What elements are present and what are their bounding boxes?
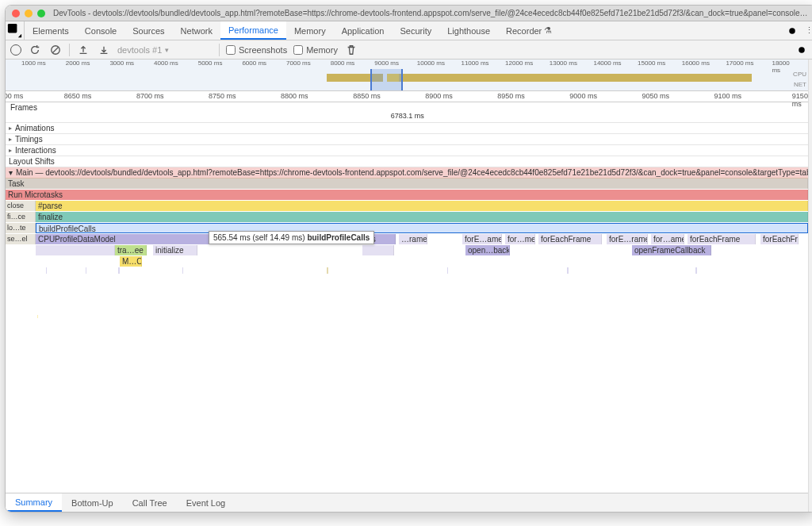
titlebar: DevTools - devtools://devtools/bundled/d…: [6, 6, 812, 21]
tab-sources[interactable]: Sources: [124, 21, 172, 40]
close-window-icon[interactable]: [12, 10, 20, 17]
main-thread-header[interactable]: ▾Main — devtools://devtools/bundled/devt…: [6, 167, 808, 179]
animations-track[interactable]: ▸Animations: [6, 123, 808, 134]
gutter-label: lo…te: [6, 223, 36, 233]
expand-icon: ▸: [9, 125, 12, 132]
flame-chart[interactable]: close fi…ce lo…te se…el Task Run Microta…: [6, 179, 808, 493]
flame-bar[interactable]: forE…ame: [462, 234, 502, 244]
inspect-icon[interactable]: [6, 21, 25, 40]
flame-bar[interactable]: for…ame: [651, 234, 684, 244]
tab-console[interactable]: Console: [77, 21, 124, 40]
interactions-track[interactable]: ▸Interactions: [6, 145, 808, 156]
flame-bar-buildprofilecalls-selected[interactable]: buildProfileCalls: [36, 223, 808, 233]
detail-ruler[interactable]: 00 ms 8650 ms 8700 ms 8750 ms 8800 ms 88…: [6, 91, 808, 102]
timings-track[interactable]: ▸Timings: [6, 134, 808, 145]
tab-recorder[interactable]: Recorder ⚗: [498, 21, 560, 40]
screenshots-checkbox[interactable]: Screenshots: [226, 45, 287, 55]
overview-timeline[interactable]: 1000 ms 2000 ms 3000 ms 4000 ms 5000 ms …: [6, 60, 808, 91]
layout-shifts-track[interactable]: Layout Shifts: [6, 156, 808, 167]
svg-point-3: [799, 47, 805, 53]
flame-bar-run-microtasks[interactable]: Run Microtasks: [6, 190, 808, 200]
performance-toolbar: devtools #1 Screenshots Memory: [6, 40, 812, 60]
overview-ruler: 1000 ms 2000 ms 3000 ms 4000 ms 5000 ms …: [6, 60, 808, 69]
clear-icon[interactable]: [48, 43, 63, 57]
gutter-label: close: [6, 201, 36, 211]
tab-lighthouse[interactable]: Lighthouse: [439, 21, 498, 40]
overview-selection[interactable]: [370, 69, 402, 90]
flame-bar[interactable]: [36, 245, 115, 255]
flame-bar[interactable]: …rame: [399, 234, 427, 244]
frame-time: 6783.1 ms: [391, 112, 424, 120]
flame-bar[interactable]: forEachFrame: [760, 234, 799, 244]
beaker-icon: ⚗: [544, 25, 552, 36]
flame-bar[interactable]: initialize: [153, 245, 197, 255]
expand-icon: ▸: [9, 136, 12, 143]
cpu-band: [399, 74, 752, 82]
tab-application[interactable]: Application: [334, 21, 393, 40]
devtools-window: DevTools - devtools://devtools/bundled/d…: [5, 5, 812, 513]
flame-bar[interactable]: forE…rame: [607, 234, 648, 244]
flame-bar-task[interactable]: Task: [6, 179, 808, 189]
profile-selector[interactable]: devtools #1: [117, 45, 213, 55]
flame-tooltip: 565.54 ms (self 14.49 ms) buildProfileCa…: [209, 231, 374, 244]
expand-icon: ▸: [9, 147, 12, 154]
cpu-label: CPU: [793, 71, 806, 78]
tab-elements[interactable]: Elements: [25, 21, 77, 40]
bottom-tab-call-tree[interactable]: Call Tree: [123, 493, 177, 512]
collapse-icon: ▾: [9, 168, 13, 177]
flame-bar[interactable]: M…C: [120, 256, 142, 267]
download-icon[interactable]: [97, 43, 111, 57]
record-icon[interactable]: [10, 44, 21, 56]
tab-performance[interactable]: Performance: [220, 21, 286, 40]
vertical-scrollbar[interactable]: [808, 60, 812, 512]
flame-bar-finalize[interactable]: finalize: [36, 212, 808, 222]
frames-track[interactable]: Frames 6783.1 ms: [6, 102, 808, 123]
bottom-tab-event-log[interactable]: Event Log: [177, 493, 236, 512]
net-label: NET: [794, 81, 806, 88]
flame-bar[interactable]: forEachFrame: [688, 234, 756, 244]
window-title: DevTools - devtools://devtools/bundled/d…: [53, 9, 810, 17]
more-icon[interactable]: ⋮: [802, 21, 812, 40]
flame-bar[interactable]: openFrameCallback: [632, 245, 711, 255]
bottom-tab-bottom-up[interactable]: Bottom-Up: [62, 493, 123, 512]
frames-label: Frames: [10, 103, 37, 112]
svg-point-1: [789, 28, 795, 34]
tab-memory[interactable]: Memory: [286, 21, 334, 40]
tab-network[interactable]: Network: [173, 21, 220, 40]
memory-checkbox[interactable]: Memory: [293, 45, 338, 55]
flame-bar[interactable]: forEachFrame: [538, 234, 602, 244]
panel-tabs: Elements Console Sources Network Perform…: [6, 21, 812, 40]
flame-bar[interactable]: for…me: [505, 234, 535, 244]
bottom-tabs: Summary Bottom-Up Call Tree Event Log: [6, 493, 808, 512]
window-controls: [12, 10, 45, 17]
flame-bar[interactable]: open…back: [465, 245, 510, 255]
bottom-tab-summary[interactable]: Summary: [6, 493, 62, 512]
gutter-label: se…el: [6, 234, 36, 244]
capture-settings-icon[interactable]: [792, 40, 811, 60]
minimize-window-icon[interactable]: [25, 10, 33, 17]
flame-bar[interactable]: [362, 245, 394, 255]
upload-icon[interactable]: [76, 43, 90, 57]
flame-bar-parse[interactable]: #parse: [36, 201, 808, 211]
gutter-label: fi…ce: [6, 212, 36, 222]
zoom-window-icon[interactable]: [37, 10, 45, 17]
settings-icon[interactable]: [783, 21, 802, 40]
trash-icon[interactable]: [344, 43, 358, 57]
flame-bar[interactable]: tra…ee: [115, 245, 147, 255]
reload-icon[interactable]: [28, 43, 42, 57]
svg-rect-0: [8, 24, 17, 33]
tab-security[interactable]: Security: [392, 21, 439, 40]
